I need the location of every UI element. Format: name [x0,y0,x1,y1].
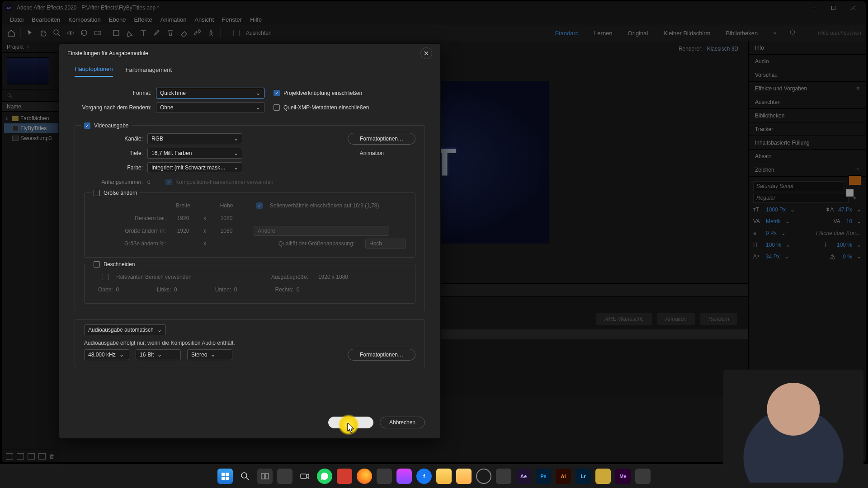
renderer-value[interactable]: Klassisch 3D [707,46,738,52]
menu-ansicht[interactable]: Ansicht [190,14,218,25]
video-format-options-button[interactable]: Formatoptionen… [348,133,415,145]
cancel-button[interactable]: Abbrechen [380,417,425,428]
audio-depth-dropdown[interactable]: 16-Bit⌄ [136,349,181,360]
audio-output-mode-dropdown[interactable]: Audioausgabe automatisch⌄ [84,324,166,335]
window-maximize-button[interactable] [823,1,843,14]
include-xmp-checkbox[interactable] [274,104,280,111]
taskbar-app-red[interactable] [337,469,352,484]
panel-absatz[interactable]: Absatz [749,150,866,163]
orbit-tool-icon[interactable] [66,28,75,38]
pause-button[interactable]: Anhalten [657,313,695,325]
panel-audio[interactable]: Audio [749,55,866,68]
project-item-audio[interactable]: Swoosh.mp3 [4,133,58,143]
taskbar-messenger[interactable] [396,469,412,484]
panel-tracker[interactable]: Tracker [749,122,866,136]
project-column-name[interactable]: Name [2,102,60,112]
hscale-value[interactable]: 100 % [837,242,852,248]
new-folder-icon[interactable] [17,453,24,460]
panel-bibliotheken[interactable]: Bibliotheken [749,109,866,122]
menu-animation[interactable]: Animation [156,14,191,25]
video-output-checkbox[interactable]: ✓ [84,122,90,129]
new-comp-icon[interactable] [28,453,35,460]
menu-ebene[interactable]: Ebene [105,14,130,25]
resize-checkbox[interactable] [94,190,100,196]
audio-channels-dropdown[interactable]: Stereo⌄ [187,349,232,360]
taskbar-lightroom[interactable]: Lr [576,469,591,484]
stroke-color-swatch[interactable] [846,189,854,197]
taskbar-media-encoder[interactable]: Me [615,469,631,484]
format-dropdown[interactable]: QuickTime⌄ [156,88,264,99]
workspace-lernen[interactable]: Lernen [594,30,612,37]
type-tool-icon[interactable] [139,28,148,38]
font-style-dropdown[interactable]: Regular [753,193,849,203]
taskbar-photoshop[interactable]: Ps [536,469,551,484]
rotate-tool-icon[interactable] [80,28,89,38]
pen-tool-icon[interactable] [125,28,134,38]
channels-dropdown[interactable]: RGB⌄ [147,133,242,144]
taskbar-start-button[interactable] [217,469,233,484]
ame-queue-button[interactable]: AME-Warteschl. [596,313,651,325]
project-panel-tab[interactable]: Projekt ≡ [2,41,60,53]
render-button[interactable]: Rendern [700,313,737,325]
crop-checkbox[interactable] [94,261,100,267]
taskbar-app-generic-1[interactable] [277,469,292,484]
project-search-input[interactable] [2,89,60,102]
selection-tool-icon[interactable] [25,28,34,38]
leading-value[interactable]: 47 Px [838,206,852,213]
tracking-value[interactable]: 10 [846,218,852,225]
taskbar-whatsapp[interactable] [317,469,332,484]
fill-color-swatch[interactable] [849,175,861,185]
taskbar-camera-app[interactable] [297,469,312,484]
interpret-icon[interactable] [6,453,13,460]
snapping-checkbox[interactable] [233,30,240,36]
stroke-order-hint[interactable]: Fläche über Kon… [816,230,861,236]
taskbar-facebook[interactable]: f [416,469,432,484]
font-family-dropdown[interactable]: Saturday Script [753,181,844,191]
ok-button[interactable]: OK [328,417,373,428]
taskbar-firefox[interactable] [357,469,372,484]
taskbar-taskview-button[interactable] [257,469,273,484]
vscale-value[interactable]: 100 % [766,242,781,248]
workspace-overflow-icon[interactable]: » [773,30,776,37]
dialog-close-button[interactable] [420,47,432,59]
project-item-comp[interactable]: FlyByTitles [4,123,58,133]
window-minimize-button[interactable] [803,1,823,14]
workspace-kleiner[interactable]: Kleiner Bildschirm [663,30,710,37]
shape-tool-icon[interactable] [112,28,121,38]
menu-hilfe[interactable]: Hilfe [246,14,266,25]
trash-icon[interactable]: 🗑 [49,453,55,460]
taskbar-obs[interactable] [476,469,491,484]
panel-vorschau[interactable]: Vorschau [749,68,866,82]
taskbar-search-button[interactable] [237,469,253,484]
eraser-tool-icon[interactable] [179,28,189,38]
kerning-value[interactable]: Metrik [766,218,781,225]
menu-bearbeiten[interactable]: Bearbeiten [28,14,64,25]
taskbar-app-generic-3[interactable] [496,469,511,484]
home-icon[interactable] [7,28,16,38]
workspace-original[interactable]: Original [628,30,648,37]
puppet-tool-icon[interactable] [207,28,216,38]
panel-content-aware[interactable]: Inhaltsbasierte Füllung [749,136,866,150]
taskbar-app-yellow[interactable] [595,469,611,484]
taskbar-folder-2[interactable] [456,469,472,484]
brush-tool-icon[interactable] [152,28,161,38]
audio-rate-dropdown[interactable]: 48,000 kHz⌄ [84,349,129,360]
camera-tool-icon[interactable] [93,28,102,38]
taskbar-app-generic-4[interactable] [635,469,651,484]
clone-tool-icon[interactable] [166,28,175,38]
menu-datei[interactable]: Datei [6,14,28,25]
panel-effekte[interactable]: Effekte und Vorgaben≡ [749,82,866,95]
tab-main-options[interactable]: Hauptoptionen [75,66,113,77]
font-size-value[interactable]: 1000 Px [766,206,786,213]
color-dropdown[interactable]: Integriert (mit Schwarz mask…⌄ [147,162,242,173]
window-close-button[interactable] [843,1,863,14]
zoom-tool-icon[interactable] [52,28,61,38]
post-render-dropdown[interactable]: Ohne⌄ [156,102,264,113]
depth-dropdown[interactable]: 16,7 Mill. Farben⌄ [147,148,242,159]
taskbar-after-effects[interactable]: Ae [516,469,531,484]
baseline-value[interactable]: 34 Px [766,253,780,260]
tab-color-management[interactable]: Farbmanagement [126,66,172,77]
include-project-link-checkbox[interactable]: ✓ [274,90,280,96]
taskbar-app-generic-2[interactable] [377,469,392,484]
taskbar-illustrator[interactable]: Ai [556,469,571,484]
